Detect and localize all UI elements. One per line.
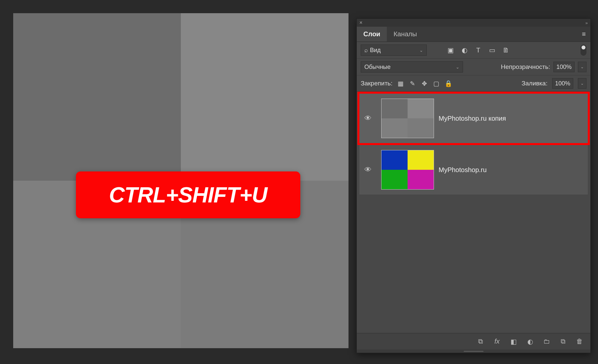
thumb-br	[408, 118, 434, 138]
filter-pixel-icon[interactable]: ▣	[447, 46, 454, 54]
filter-kind-label: Вид	[370, 47, 381, 54]
opacity-label[interactable]: Непрозрачность:	[501, 63, 550, 71]
layer-name[interactable]: MyPhotoshop.ru	[439, 166, 487, 174]
tab-channels[interactable]: Каналы	[387, 27, 423, 42]
resize-handle[interactable]	[357, 349, 590, 353]
mask-icon[interactable]: ◧	[509, 338, 518, 346]
lock-artboard-icon[interactable]: ▢	[433, 80, 440, 87]
group-icon[interactable]: 🗀	[542, 338, 551, 345]
panel-titlebar[interactable]: × »	[357, 19, 590, 27]
lock-label: Закрепить:	[361, 80, 392, 87]
filter-kind-select[interactable]: ⌕ Вид ⌄	[361, 45, 427, 56]
layer-row-original[interactable]: 👁 MyPhotoshop.ru	[359, 145, 588, 195]
new-layer-icon[interactable]: ⧉	[559, 338, 567, 345]
layers-panel: × » Слои Каналы ≡ ⌕ Вид ⌄ ▣ ◐ T ▭ 🗎 Обыч…	[356, 18, 591, 353]
filter-toggle[interactable]	[581, 45, 586, 56]
opacity-value[interactable]: 100%	[553, 62, 575, 72]
tab-layers[interactable]: Слои	[357, 27, 387, 42]
thumb-tr	[408, 150, 434, 170]
lock-all-icon[interactable]: 🔒	[445, 80, 452, 87]
lock-position-icon[interactable]: ✥	[421, 80, 428, 87]
shortcut-overlay: CTRL+SHIFT+U	[76, 171, 300, 218]
lock-row: Закрепить: ▦ ✎ ✥ ▢ 🔒 Заливка: 100% ⌄	[357, 76, 590, 92]
layers-list: 👁 MyPhotoshop.ru копия 👁 MyPhotoshop.ru	[357, 92, 590, 333]
layer-filter-row: ⌕ Вид ⌄ ▣ ◐ T ▭ 🗎	[357, 42, 590, 59]
lock-pixels-icon[interactable]: ✎	[409, 80, 416, 87]
layer-row-copy[interactable]: 👁 MyPhotoshop.ru копия	[359, 94, 588, 143]
thumb-tl	[382, 150, 408, 170]
panel-tabs: Слои Каналы ≡	[357, 27, 590, 42]
chevron-down-icon: ⌄	[415, 48, 423, 53]
panel-menu-icon[interactable]: ≡	[577, 27, 590, 42]
blend-mode-select[interactable]: Обычные ⌄	[361, 61, 463, 73]
visibility-toggle[interactable]: 👁	[359, 114, 377, 123]
filter-shape-icon[interactable]: ▭	[488, 46, 496, 54]
thumb-br	[408, 170, 434, 189]
blend-mode-label: Обычные	[364, 64, 391, 71]
lock-transparency-icon[interactable]: ▦	[397, 80, 404, 87]
layer-name[interactable]: MyPhotoshop.ru копия	[439, 115, 506, 122]
filter-smart-icon[interactable]: 🗎	[502, 46, 510, 54]
thumb-tl	[382, 99, 408, 118]
search-icon: ⌕	[364, 47, 368, 54]
visibility-toggle[interactable]: 👁	[359, 166, 377, 174]
filter-type-icons: ▣ ◐ T ▭ 🗎	[447, 46, 510, 54]
canvas-quad-tr	[181, 13, 349, 181]
layer-thumbnail[interactable]	[381, 150, 434, 190]
collapse-icon[interactable]: »	[585, 20, 588, 25]
thumb-tr	[408, 99, 434, 118]
filter-adjust-icon[interactable]: ◐	[460, 46, 468, 54]
fx-icon[interactable]: fx	[493, 338, 501, 345]
close-icon[interactable]: ×	[359, 20, 362, 26]
link-layers-icon[interactable]: ⧉	[476, 338, 485, 345]
filter-type-icon[interactable]: T	[474, 46, 482, 54]
canvas[interactable]: CTRL+SHIFT+U	[13, 13, 349, 348]
fill-step[interactable]: ⌄	[578, 78, 586, 89]
layer-thumbnail[interactable]	[381, 99, 434, 138]
thumb-bl	[382, 170, 408, 189]
blend-row: Обычные ⌄ Непрозрачность: 100% ⌄	[357, 59, 590, 76]
canvas-quad-tl	[13, 13, 181, 181]
fill-value[interactable]: 100%	[552, 78, 573, 89]
thumb-bl	[382, 118, 408, 138]
opacity-step[interactable]: ⌄	[578, 62, 586, 72]
shortcut-text: CTRL+SHIFT+U	[109, 182, 267, 207]
layers-bottom-toolbar: ⧉ fx ◧ ◐ 🗀 ⧉ 🗑	[357, 333, 590, 349]
fill-label[interactable]: Заливка:	[522, 80, 548, 87]
chevron-down-icon: ⌄	[452, 65, 459, 70]
adjustment-layer-icon[interactable]: ◐	[526, 338, 534, 346]
delete-icon[interactable]: 🗑	[575, 338, 584, 345]
